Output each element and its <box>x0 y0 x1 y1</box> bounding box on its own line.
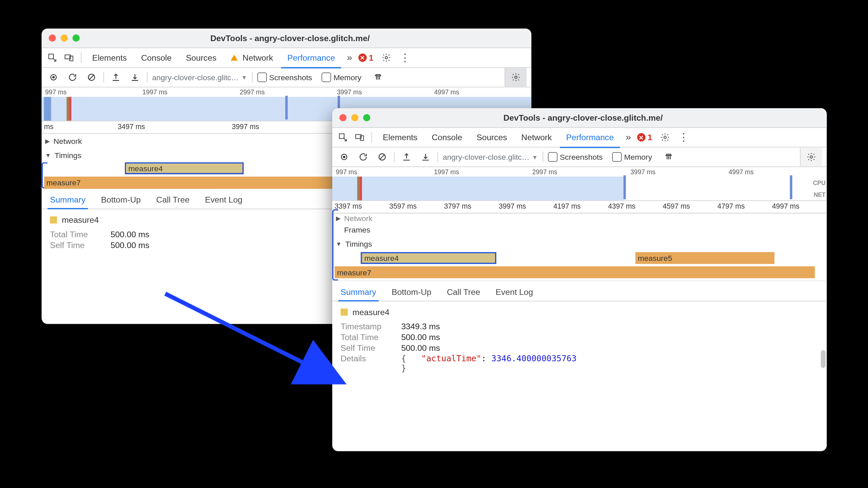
dtab-calltree[interactable]: Call Tree <box>444 283 483 301</box>
kv-value: 500.00 ms <box>401 332 440 342</box>
dtab-summary[interactable]: Summary <box>48 191 88 209</box>
device-icon[interactable] <box>352 130 367 144</box>
download-icon[interactable] <box>128 70 142 84</box>
kebab-menu-icon[interactable]: ⋮ <box>396 51 414 64</box>
scrollbar[interactable] <box>821 350 826 368</box>
kv-key: Total Time <box>50 230 103 239</box>
flame-area[interactable]: ▶ Network Frames ▼ Timings measure4 meas… <box>332 213 827 281</box>
perf-toolbar: angry-clover-close.glitc… ▼ Screenshots … <box>41 68 531 87</box>
screenshots-toggle[interactable]: Screenshots <box>548 152 603 162</box>
dtab-summary[interactable]: Summary <box>338 283 379 301</box>
recording-select[interactable]: angry-clover-close.glitc… ▼ <box>152 73 247 82</box>
gc-icon[interactable] <box>371 70 385 84</box>
block-measure7[interactable]: measure7 <box>335 266 815 278</box>
titlebar: DevTools - angry-clover-close.glitch.me/ <box>41 29 531 48</box>
reload-icon[interactable] <box>356 150 370 164</box>
screenshots-label: Screenshots <box>560 152 602 161</box>
ruler-tick: 3397 ms <box>335 202 362 211</box>
kv-value: 500.00 ms <box>111 230 149 239</box>
memory-toggle[interactable]: Memory <box>321 72 361 82</box>
checkbox-icon <box>548 152 557 162</box>
error-badge[interactable]: ✕1 <box>637 132 652 142</box>
dtab-bottomup[interactable]: Bottom-Up <box>99 191 143 209</box>
recording-select[interactable]: angry-clover-close.glitc… ▼ <box>443 152 538 161</box>
dropdown-icon: ▼ <box>241 74 247 81</box>
dtab-eventlog[interactable]: Event Log <box>493 283 535 301</box>
tab-performance[interactable]: Performance <box>281 48 341 68</box>
tab-network[interactable]: Network <box>225 48 279 67</box>
checkbox-icon <box>321 72 331 82</box>
color-swatch <box>50 216 57 223</box>
settings-icon[interactable] <box>379 51 394 65</box>
range-handles[interactable] <box>285 96 340 120</box>
memory-toggle[interactable]: Memory <box>612 152 652 162</box>
zoom-icon[interactable] <box>363 114 370 121</box>
tick-label: 997 ms <box>336 168 434 175</box>
selected-block-name: measure4 <box>62 215 99 225</box>
ruler-tick: 3997 ms <box>499 202 526 211</box>
memory-label: Memory <box>624 152 652 161</box>
tab-performance[interactable]: Performance <box>560 127 620 148</box>
block-measure4[interactable]: measure4 <box>125 162 244 174</box>
screenshots-label: Screenshots <box>269 73 312 82</box>
tick-label: 4997 ms <box>434 89 531 96</box>
timings-track[interactable]: measure4 measure5 measure7 <box>332 251 827 281</box>
clear-icon[interactable] <box>375 150 389 164</box>
tick-label: 997 ms <box>45 89 143 96</box>
dtab-calltree[interactable]: Call Tree <box>154 191 192 209</box>
more-tabs-icon[interactable]: » <box>622 132 634 143</box>
svg-point-13 <box>343 156 345 158</box>
dtab-eventlog[interactable]: Event Log <box>203 191 245 209</box>
capture-settings-icon[interactable] <box>800 147 822 166</box>
download-icon[interactable] <box>418 150 433 164</box>
inspect-icon[interactable] <box>45 51 59 65</box>
kebab-menu-icon[interactable]: ⋮ <box>675 131 693 144</box>
minimize-icon[interactable] <box>351 114 358 121</box>
tick-label: 2997 ms <box>532 168 630 175</box>
zoom-icon[interactable] <box>72 34 80 41</box>
tab-elements[interactable]: Elements <box>377 128 423 147</box>
tab-sources[interactable]: Sources <box>471 128 513 147</box>
record-icon[interactable] <box>46 70 61 84</box>
block-measure4[interactable]: measure4 <box>361 252 496 264</box>
upload-icon[interactable] <box>109 70 123 84</box>
capture-settings-icon[interactable] <box>505 68 527 87</box>
reload-icon[interactable] <box>65 70 80 84</box>
row-network[interactable]: ▶ Network <box>332 213 827 222</box>
time-ruler[interactable]: 3397 ms 3597 ms 3797 ms 3997 ms 4197 ms … <box>332 201 827 213</box>
selected-block-name: measure4 <box>352 307 390 317</box>
dtab-bottomup[interactable]: Bottom-Up <box>389 283 434 301</box>
block-measure5[interactable]: measure5 <box>636 252 775 264</box>
tick-label: 3997 ms <box>630 168 728 175</box>
collapse-icon: ▼ <box>45 152 51 158</box>
ruler-tick: 4997 ms <box>772 202 799 211</box>
settings-icon[interactable] <box>658 130 672 144</box>
record-icon[interactable] <box>337 150 351 164</box>
row-frames[interactable]: Frames <box>332 222 827 237</box>
tab-network[interactable]: Network <box>515 128 558 147</box>
more-tabs-icon[interactable]: » <box>343 52 356 63</box>
tab-sources[interactable]: Sources <box>180 48 222 67</box>
tab-console[interactable]: Console <box>426 128 468 147</box>
panel-tabs: Elements Console Sources Network Perform… <box>332 128 827 147</box>
device-icon[interactable] <box>62 51 76 65</box>
close-icon[interactable] <box>339 114 346 121</box>
error-badge[interactable]: ✕1 <box>358 53 374 62</box>
tab-elements[interactable]: Elements <box>86 48 133 67</box>
clear-icon[interactable] <box>84 70 98 84</box>
minimize-icon[interactable] <box>61 34 68 41</box>
tick-label: 3997 ms <box>337 89 434 96</box>
tab-console[interactable]: Console <box>135 48 178 67</box>
ruler-tick: 4597 ms <box>663 202 690 211</box>
screenshots-toggle[interactable]: Screenshots <box>257 72 312 82</box>
upload-icon[interactable] <box>399 150 413 164</box>
overview-minimap[interactable]: 997 ms 1997 ms 2997 ms 3997 ms 4997 ms C… <box>332 167 827 201</box>
dropdown-icon: ▼ <box>532 154 538 160</box>
close-icon[interactable] <box>49 34 56 41</box>
row-timings[interactable]: ▼ Timings <box>332 237 827 251</box>
inspect-icon[interactable] <box>336 130 350 144</box>
range-handles[interactable] <box>623 175 792 199</box>
gc-icon[interactable] <box>661 150 676 164</box>
kv-value: 500.00 ms <box>401 343 440 353</box>
tick-label: 2997 ms <box>240 89 337 96</box>
